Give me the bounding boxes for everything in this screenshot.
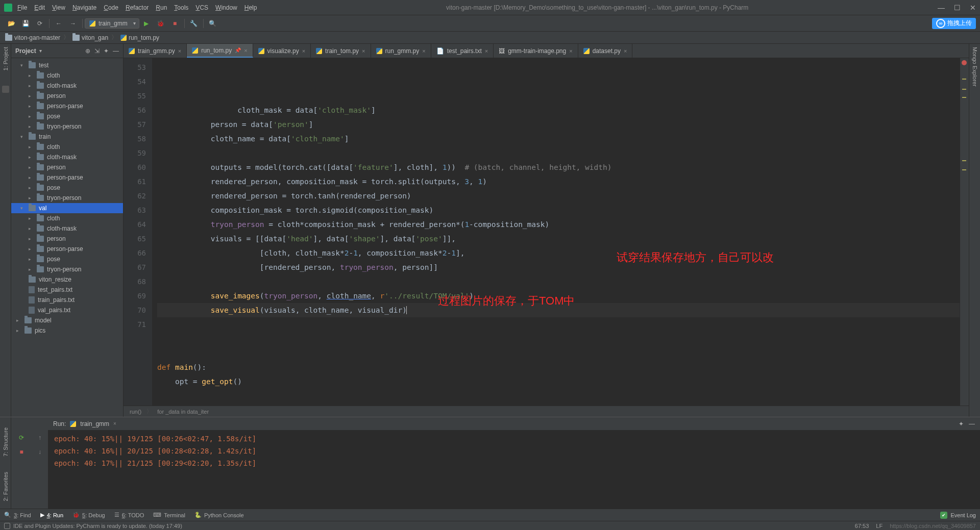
breadcrumb-item[interactable]: viton_gan [72,34,108,41]
tree-folder[interactable]: ▸pose [11,111,123,121]
run-hide-icon[interactable]: — [969,420,975,427]
side-tab-structure[interactable]: 7: Structure [3,427,9,457]
stop-icon[interactable]: ■ [170,18,180,29]
stop-icon[interactable]: ■ [17,448,26,456]
tab-close-icon[interactable]: × [422,48,425,54]
expand-arrow-icon[interactable]: ▸ [29,114,34,119]
console-output[interactable]: epoch: 40: 15%|| 19/125 [00:26<02:47, 1.… [48,431,980,509]
hide-icon[interactable]: — [113,47,119,55]
side-tab-mongo[interactable]: Mongo Explorer [972,47,978,87]
code-editor[interactable]: 试穿结果保存地方，自己可以改 过程图片的保存，于TOM中 cloth_mask … [152,58,960,406]
expand-arrow-icon[interactable]: ▸ [29,185,34,190]
down-icon[interactable]: ↓ [36,448,44,456]
editor-tab[interactable]: run_gmm.py× [371,44,431,58]
menu-tools[interactable]: Tools [174,4,188,11]
tree-file[interactable]: val_pairs.txt [11,305,123,315]
editor-tab[interactable]: train_tom.py× [311,44,371,58]
tooltab-pythonconsole[interactable]: 🐍Python Console [194,512,244,518]
error-stripe[interactable] [960,58,969,406]
menu-navigate[interactable]: Navigate [72,4,96,11]
tree-folder[interactable]: viton_resize [11,274,123,285]
tooltab-todo[interactable]: ☰6: TODO [114,512,144,518]
editor-tab[interactable]: 📄test_pairs.txt× [431,44,494,58]
tooltab-find[interactable]: 🔍3: Find [4,512,31,518]
tooltab-run[interactable]: ▶4: Run [40,512,63,518]
tab-close-icon[interactable]: × [362,48,365,54]
expand-arrow-icon[interactable]: ▾ [20,63,26,68]
tree-folder[interactable]: ▸cloth-mask [11,81,123,91]
menu-code[interactable]: Code [104,4,118,11]
expand-arrow-icon[interactable]: ▸ [29,246,34,251]
breadcrumb-item[interactable]: viton-gan-master [5,34,60,41]
side-tab-project[interactable]: 1: Project [3,47,9,70]
expand-arrow-icon[interactable]: ▸ [29,236,34,241]
refresh-icon[interactable]: ⟳ [35,18,45,29]
tree-folder[interactable]: ▸tryon-person [11,121,123,132]
tree-file[interactable]: train_pairs.txt [11,295,123,305]
balloon-icon[interactable] [4,523,10,529]
tree-folder[interactable]: ▸pics [11,325,123,336]
expand-arrow-icon[interactable]: ▸ [29,155,34,160]
settings-icon[interactable]: ✦ [104,47,109,55]
up-icon[interactable]: ↑ [36,434,44,442]
tab-close-icon[interactable]: × [244,47,247,54]
back-icon[interactable]: ← [54,18,64,29]
tree-folder[interactable]: ▸cloth-mask [11,223,123,234]
build-icon[interactable]: 🔧 [189,18,199,29]
project-tree[interactable]: ▾test▸cloth▸cloth-mask▸person▸person-par… [11,58,123,417]
tree-folder[interactable]: ▸person [11,91,123,101]
save-icon[interactable]: 💾 [20,18,31,29]
tab-close-icon[interactable]: × [624,48,627,54]
expand-arrow-icon[interactable]: ▸ [29,267,34,272]
collapse-all-icon[interactable]: ⇲ [94,47,100,55]
run-tab-close-icon[interactable]: × [113,421,116,426]
tree-folder[interactable]: ▸person-parse [11,101,123,111]
expand-arrow-icon[interactable]: ▸ [29,165,34,170]
expand-arrow-icon[interactable]: ▸ [29,104,34,109]
menu-help[interactable]: Help [244,4,257,11]
pin-icon[interactable]: 📌 [235,47,241,53]
expand-arrow-icon[interactable]: ▸ [16,318,21,323]
run-icon[interactable]: ▶ [141,18,152,29]
run-config-selector[interactable]: train_gmm [85,18,139,29]
tab-close-icon[interactable]: × [302,48,305,54]
scroll-from-source-icon[interactable]: ⊕ [85,47,90,55]
tree-folder[interactable]: ▸person [11,162,123,172]
rerun-icon[interactable]: ⟳ [17,434,26,442]
tree-folder[interactable]: ▸pose [11,254,123,264]
tab-close-icon[interactable]: × [485,48,488,54]
expand-arrow-icon[interactable]: ▾ [20,206,26,211]
expand-arrow-icon[interactable]: ▾ [20,134,26,139]
expand-arrow-icon[interactable]: ▸ [29,73,34,78]
editor-tab[interactable]: 🖼gmm-train-image.png× [494,44,578,58]
tree-folder[interactable]: ▸cloth [11,142,123,152]
forward-icon[interactable]: → [68,18,78,29]
minimize-button[interactable]: — [938,4,945,12]
tree-folder[interactable]: ▸tryon-person [11,264,123,274]
expand-arrow-icon[interactable]: ▸ [16,328,21,333]
tree-folder[interactable]: ▸person [11,234,123,244]
project-view-drop-icon[interactable]: ▾ [39,48,42,54]
crumb-run[interactable]: run() [130,409,141,415]
expand-arrow-icon[interactable]: ▸ [29,257,34,262]
maximize-button[interactable]: ☐ [954,4,961,12]
close-button[interactable]: ✕ [970,4,976,12]
menu-file[interactable]: File [17,4,27,11]
expand-arrow-icon[interactable]: ▸ [29,175,34,180]
menu-view[interactable]: View [52,4,65,11]
menu-vcs[interactable]: VCS [195,4,208,11]
menu-window[interactable]: Window [215,4,237,11]
open-icon[interactable]: 📂 [6,18,16,29]
tree-folder[interactable]: ▸cloth [11,70,123,81]
tree-folder[interactable]: ▸pose [11,183,123,193]
tree-folder[interactable]: ▸person-parse [11,172,123,183]
run-settings-icon[interactable]: ✦ [959,420,964,427]
line-ending[interactable]: LF [876,523,883,529]
tab-close-icon[interactable]: × [178,48,181,54]
search-icon[interactable]: 🔍 [208,18,218,29]
side-tab-square-icon[interactable] [2,86,9,93]
expand-arrow-icon[interactable]: ▸ [29,195,34,200]
expand-arrow-icon[interactable]: ▸ [29,226,34,231]
expand-arrow-icon[interactable]: ▸ [29,83,34,88]
expand-arrow-icon[interactable]: ▸ [29,124,34,129]
